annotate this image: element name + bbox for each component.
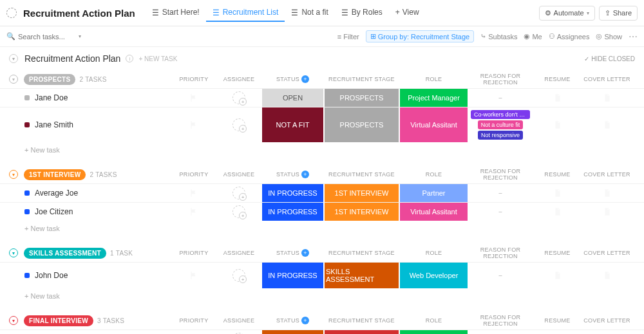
assignees-button[interactable]: ⚇Assignees	[549, 32, 590, 41]
group-caret[interactable]: ▾	[9, 75, 18, 84]
rejection-tag[interactable]: Not responsive	[478, 131, 523, 140]
rejection-tag[interactable]: Not a culture fit	[478, 120, 524, 129]
more-icon[interactable]: ⋯	[629, 32, 638, 42]
share-button[interactable]: ⇪ Share	[599, 6, 638, 21]
me-button[interactable]: ◉Me	[524, 32, 542, 41]
stage-cell[interactable]: 1ST INTERVIEW	[325, 184, 399, 202]
status-cell[interactable]: NOT A FIT	[262, 107, 323, 142]
cover-cell[interactable]	[582, 184, 632, 202]
priority-cell[interactable]	[171, 203, 216, 221]
add-column-icon[interactable]: +	[301, 249, 309, 257]
stage-pill[interactable]: 1ST INTERVIEW	[24, 169, 86, 180]
assignee-cell[interactable]	[216, 263, 261, 288]
resume-cell[interactable]	[533, 263, 582, 288]
group-caret[interactable]: ▾	[9, 316, 18, 325]
role-cell[interactable]: Virtual Assitant	[400, 203, 468, 221]
resume-cell[interactable]	[533, 203, 582, 221]
hide-closed-toggle[interactable]: ✓ HIDE CLOSED	[584, 55, 635, 62]
role-cell[interactable]: Partner	[400, 184, 468, 202]
task-name-cell[interactable]: Jane Doe	[0, 89, 171, 107]
view-tab-start-here-[interactable]: ☰ Start Here!	[146, 4, 206, 22]
new-task-button[interactable]: + New task	[0, 142, 644, 158]
resume-cell[interactable]	[533, 89, 582, 107]
assignee-avatar-empty[interactable]	[232, 187, 245, 199]
assignee-cell[interactable]	[216, 203, 261, 221]
task-row[interactable]: Jane SmithNOT A FITPROSPECTSVirtual Assi…	[0, 107, 644, 142]
task-name-cell[interactable]: Joe Citizen	[0, 203, 171, 221]
resume-cell[interactable]	[533, 184, 582, 202]
add-column-icon[interactable]: +	[301, 75, 309, 83]
resume-cell[interactable]	[533, 107, 582, 142]
reason-cell[interactable]: Co-workers don't appro...Not a culture f…	[468, 107, 533, 142]
stage-cell[interactable]: 1ST INTERVIEW	[325, 203, 399, 221]
new-task-button[interactable]: + New task	[0, 221, 644, 236]
priority-cell[interactable]	[171, 263, 216, 288]
status-cell[interactable]: IN PROGRESS	[262, 203, 323, 221]
group-caret[interactable]: ▾	[9, 248, 18, 257]
priority-cell[interactable]	[171, 107, 216, 142]
stage-cell[interactable]: PROSPECTS	[325, 107, 399, 142]
task-row[interactable]: Joe CitizenIN PROGRESS1ST INTERVIEWVirtu…	[0, 202, 644, 221]
assignee-avatar-empty[interactable]	[232, 269, 245, 282]
reason-cell[interactable]: –	[468, 263, 533, 288]
role-cell[interactable]: Project Manager	[400, 330, 468, 334]
collapse-caret[interactable]: ▾	[9, 54, 18, 63]
info-icon[interactable]: i	[126, 55, 133, 62]
cover-cell[interactable]	[582, 263, 632, 288]
view-tab-recruitment-list[interactable]: ☰ Recruitment List	[206, 4, 285, 22]
rejection-tag[interactable]: Co-workers don't appro...	[471, 110, 530, 119]
status-cell[interactable]: IN PROGRESS	[262, 263, 323, 288]
status-cell[interactable]: OPEN	[262, 89, 323, 107]
subtasks-button[interactable]: ⤷Subtasks	[480, 32, 517, 41]
cover-cell[interactable]	[582, 107, 632, 142]
new-task-top[interactable]: + NEW TASK	[138, 55, 177, 62]
resume-cell[interactable]	[533, 330, 582, 334]
add-column-icon[interactable]: +	[301, 317, 309, 324]
priority-cell[interactable]	[171, 330, 216, 334]
status-cell[interactable]: IN PROGRESS	[262, 184, 323, 202]
task-name-cell[interactable]: Jane Smith	[0, 107, 171, 142]
stage-pill[interactable]: PROSPECTS	[24, 74, 75, 85]
cover-cell[interactable]	[582, 89, 632, 107]
task-row[interactable]: Average JoeIN PROGRESS1ST INTERVIEWPartn…	[0, 183, 644, 202]
assignee-avatar-empty[interactable]	[232, 118, 245, 131]
task-row[interactable]: John DoeIN PROGRESSSKILLS ASSESSMENTWeb …	[0, 262, 644, 288]
task-name-cell[interactable]: Average Joe	[0, 184, 171, 202]
cover-cell[interactable]	[582, 330, 632, 334]
role-cell[interactable]: Web Developer	[400, 263, 468, 288]
assignee-cell[interactable]	[216, 184, 261, 202]
stage-pill[interactable]: SKILLS ASSESSMENT	[24, 248, 106, 259]
task-row[interactable]: Joe SixpackON HOLDFINAL INTERVIEWProject…	[0, 329, 644, 334]
priority-cell[interactable]	[171, 184, 216, 202]
task-name-cell[interactable]: John Doe	[0, 263, 171, 288]
assignee-avatar-empty[interactable]	[232, 205, 245, 218]
cover-cell[interactable]	[582, 203, 632, 221]
view-tab-not-a-fit[interactable]: ☰ Not a fit	[285, 4, 334, 22]
search-wrap[interactable]: 🔍 ▾	[6, 32, 97, 41]
reason-cell[interactable]: –	[468, 89, 533, 107]
chevron-down-icon[interactable]: ▾	[79, 33, 81, 39]
task-row[interactable]: Jane DoeOPENPROSPECTSProject Manager–	[0, 88, 644, 107]
stage-cell[interactable]: FINAL INTERVIEW	[325, 330, 399, 334]
group-caret[interactable]: ▾	[9, 170, 18, 179]
role-cell[interactable]: Virtual Assitant	[400, 107, 468, 142]
new-task-button[interactable]: + New task	[0, 288, 644, 304]
priority-cell[interactable]	[171, 89, 216, 107]
view-tab-by-roles[interactable]: ☰ By Roles	[335, 4, 389, 22]
role-cell[interactable]: Project Manager	[400, 89, 468, 107]
reason-cell[interactable]: –	[468, 330, 533, 334]
show-button[interactable]: ◎Show	[596, 32, 622, 41]
assignee-cell[interactable]	[216, 330, 261, 334]
group-by-button[interactable]: ⊞Group by: Recruitment Stage	[366, 30, 474, 42]
reason-cell[interactable]: –	[468, 203, 533, 221]
stage-pill[interactable]: FINAL INTERVIEW	[24, 315, 93, 326]
reason-cell[interactable]: –	[468, 184, 533, 202]
stage-cell[interactable]: SKILLS ASSESSMENT	[325, 263, 399, 288]
add-column-icon[interactable]: +	[301, 171, 309, 178]
view-tab-view[interactable]: + View	[389, 4, 426, 22]
assignee-avatar-empty[interactable]	[232, 91, 245, 104]
filter-button[interactable]: ≡Filter	[337, 33, 359, 41]
automate-button[interactable]: ⚙ Automate ▾	[539, 6, 595, 21]
status-cell[interactable]: ON HOLD	[262, 330, 323, 334]
assignee-cell[interactable]	[216, 89, 261, 107]
